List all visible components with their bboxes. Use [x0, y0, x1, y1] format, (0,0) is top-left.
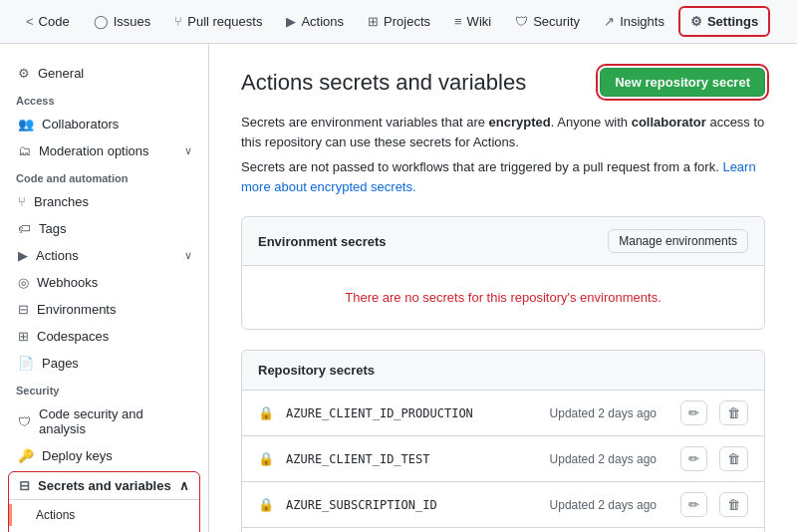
- secrets-sub-menu: Actions Codespaces Dependabot: [9, 499, 199, 532]
- secret-row: 🔒 AZURE_TENANT_ID Updated 2 days ago ✏ 🗑: [242, 528, 764, 532]
- sidebar-section-access: Access: [0, 87, 208, 111]
- nav-security[interactable]: 🛡 Security: [505, 8, 590, 35]
- branches-icon: ⑂: [18, 194, 26, 209]
- sidebar-item-branches[interactable]: ⑂ Branches: [0, 188, 208, 215]
- new-repository-secret-button[interactable]: New repository secret: [600, 68, 765, 97]
- delete-button-2[interactable]: 🗑: [719, 492, 748, 517]
- code-security-icon: 🛡: [18, 414, 31, 429]
- lock-icon: 🔒: [258, 405, 274, 420]
- secret-row: 🔒 AZURE_CLIENT_ID_PRODUCTION Updated 2 d…: [242, 391, 764, 436]
- secret-row: 🔒 AZURE_SUBSCRIPTION_ID Updated 2 days a…: [242, 482, 764, 528]
- chevron-down-icon: ∨: [184, 144, 192, 157]
- deploy-keys-icon: 🔑: [18, 448, 34, 463]
- env-secrets-title: Environment secrets: [258, 234, 387, 249]
- sidebar: ⚙ General Access 👥 Collaborators 🗂 Moder…: [0, 44, 209, 532]
- lock-icon: 🔒: [258, 497, 274, 512]
- general-icon: ⚙: [18, 66, 30, 81]
- delete-button-0[interactable]: 🗑: [719, 400, 748, 425]
- nav-actions[interactable]: ▶ Actions: [276, 8, 354, 35]
- projects-icon: ⊞: [368, 14, 379, 29]
- nav-issues[interactable]: ◯ Issues: [84, 8, 161, 35]
- sidebar-item-environments[interactable]: ⊟ Environments: [0, 296, 208, 323]
- sidebar-item-codespaces[interactable]: ⊞ Codespaces: [0, 323, 208, 350]
- nav-code[interactable]: < Code: [16, 8, 80, 35]
- learn-more-link[interactable]: Learn more about encrypted secrets.: [241, 159, 756, 194]
- repo-secrets-header: Repository secrets: [242, 351, 764, 391]
- nav-insights[interactable]: ↗ Insights: [594, 8, 674, 35]
- secrets-variables-box: ⊟ Secrets and variables ∧ Actions Codesp…: [8, 471, 200, 532]
- insights-icon: ↗: [604, 14, 615, 29]
- security-icon: 🛡: [515, 14, 528, 29]
- sidebar-item-moderation[interactable]: 🗂 Moderation options ∨: [0, 137, 208, 164]
- sidebar-section-security: Security: [0, 377, 208, 400]
- empty-env-message: There are no secrets for this repository…: [242, 266, 764, 329]
- environment-secrets-header: Environment secrets Manage environments: [242, 217, 764, 266]
- page-layout: ⚙ General Access 👥 Collaborators 🗂 Moder…: [0, 44, 797, 532]
- issues-icon: ◯: [94, 14, 109, 29]
- actions-sidebar-icon: ▶: [18, 248, 28, 263]
- encrypted-bold: encrypted: [489, 115, 551, 130]
- main-content: Actions secrets and variables New reposi…: [209, 44, 797, 532]
- sidebar-item-webhooks[interactable]: ◎ Webhooks: [0, 269, 208, 296]
- manage-environments-button[interactable]: Manage environments: [608, 229, 748, 253]
- top-navigation: < Code ◯ Issues ⑂ Pull requests ▶ Action…: [0, 0, 797, 44]
- sidebar-section-code: Code and automation: [0, 164, 208, 188]
- sidebar-sub-codespaces[interactable]: Codespaces: [9, 526, 199, 532]
- sidebar-sub-actions[interactable]: Actions: [9, 504, 199, 526]
- lock-icon: 🔒: [258, 451, 274, 466]
- pullrequest-icon: ⑂: [174, 14, 182, 29]
- edit-button-1[interactable]: ✏: [680, 446, 707, 471]
- edit-button-0[interactable]: ✏: [680, 400, 707, 425]
- environment-secrets-section: Environment secrets Manage environments …: [241, 216, 765, 330]
- sidebar-item-collaborators[interactable]: 👥 Collaborators: [0, 111, 208, 137]
- wiki-icon: ≡: [454, 14, 462, 29]
- chevron-down-icon-actions: ∨: [184, 249, 192, 262]
- description-line1: Secrets are environment variables that a…: [241, 113, 765, 151]
- description-line2: Secrets are not passed to workflows that…: [241, 157, 765, 196]
- codespaces-icon: ⊞: [18, 329, 29, 344]
- webhooks-icon: ◎: [18, 275, 29, 290]
- sidebar-item-pages[interactable]: 📄 Pages: [0, 350, 208, 377]
- page-title: Actions secrets and variables: [241, 70, 526, 96]
- sidebar-item-deploy-keys[interactable]: 🔑 Deploy keys: [0, 442, 208, 469]
- environments-icon: ⊟: [18, 302, 29, 317]
- sidebar-item-secrets-variables[interactable]: ⊟ Secrets and variables ∧: [9, 472, 199, 499]
- actions-icon: ▶: [286, 14, 296, 29]
- nav-settings[interactable]: ⚙ Settings: [678, 6, 770, 37]
- secret-row: 🔒 AZURE_CLIENT_ID_TEST Updated 2 days ag…: [242, 436, 764, 482]
- nav-wiki[interactable]: ≡ Wiki: [444, 8, 501, 35]
- delete-button-1[interactable]: 🗑: [719, 446, 748, 471]
- sidebar-item-code-security[interactable]: 🛡 Code security and analysis: [0, 400, 208, 442]
- nav-pullrequests[interactable]: ⑂ Pull requests: [164, 8, 272, 35]
- sidebar-item-general[interactable]: ⚙ General: [0, 60, 208, 87]
- secrets-icon: ⊟: [19, 478, 30, 493]
- collaborator-bold: collaborator: [632, 115, 706, 130]
- tags-icon: 🏷: [18, 221, 31, 236]
- repository-secrets-section: Repository secrets 🔒 AZURE_CLIENT_ID_PRO…: [241, 350, 765, 532]
- edit-button-2[interactable]: ✏: [680, 492, 707, 517]
- chevron-up-icon: ∧: [179, 478, 189, 493]
- collaborators-icon: 👥: [18, 117, 34, 132]
- nav-projects[interactable]: ⊞ Projects: [358, 8, 440, 35]
- moderation-icon: 🗂: [18, 143, 31, 158]
- repo-secrets-title: Repository secrets: [258, 363, 375, 378]
- sidebar-item-tags[interactable]: 🏷 Tags: [0, 215, 208, 242]
- code-icon: <: [26, 14, 34, 29]
- sidebar-item-actions[interactable]: ▶ Actions ∨: [0, 242, 208, 269]
- page-header: Actions secrets and variables New reposi…: [241, 68, 765, 97]
- settings-icon: ⚙: [690, 14, 702, 29]
- pages-icon: 📄: [18, 356, 34, 371]
